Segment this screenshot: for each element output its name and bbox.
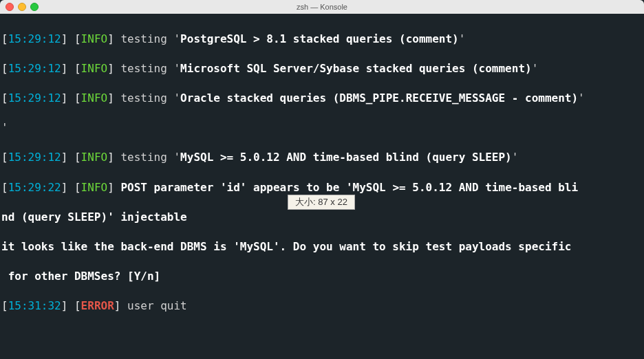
window-title: zsh — Konsole xyxy=(297,3,347,11)
log-line: ' xyxy=(1,120,643,135)
konsole-window: zsh — Konsole [15:29:12] [INFO] testing … xyxy=(0,0,644,359)
window-controls xyxy=(6,3,39,11)
log-line: [15:29:22] [INFO] POST parameter 'id' ap… xyxy=(1,180,643,195)
log-line: [15:29:12] [INFO] testing 'Oracle stacke… xyxy=(1,91,643,106)
log-line: [15:31:32] [ERROR] user quit xyxy=(1,298,643,314)
zoom-icon[interactable] xyxy=(30,3,39,11)
size-tooltip: 大小: 87 x 22 xyxy=(288,195,355,210)
log-blank xyxy=(1,328,643,343)
log-line: it looks like the back-end DBMS is 'MySQ… xyxy=(1,239,643,254)
minimize-icon[interactable] xyxy=(18,3,26,11)
log-line: [15:29:12] [INFO] testing 'MySQL >= 5.0.… xyxy=(1,150,643,165)
terminal-viewport[interactable]: [15:29:12] [INFO] testing 'PostgreSQL > … xyxy=(0,14,644,359)
title-bar[interactable]: zsh — Konsole xyxy=(0,0,644,14)
close-icon[interactable] xyxy=(6,3,14,11)
log-line: [15:29:12] [INFO] testing 'Microsoft SQL… xyxy=(1,61,643,76)
log-line: [15:29:12] [INFO] testing 'PostgreSQL > … xyxy=(1,32,643,47)
log-line: for other DBMSes? [Y/n] xyxy=(1,269,643,284)
log-line: nd (query SLEEP)' injectable xyxy=(1,210,643,225)
